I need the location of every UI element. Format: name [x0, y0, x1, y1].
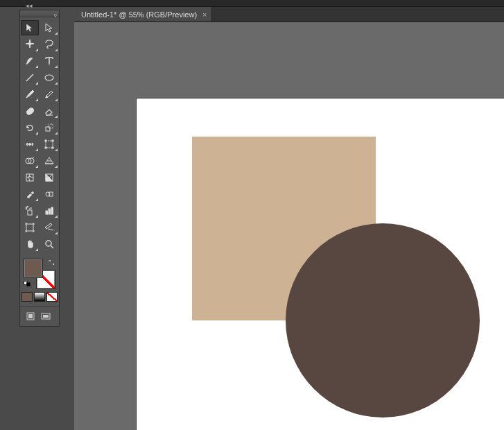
- ellipse-tool[interactable]: [40, 70, 58, 85]
- drawing-mode-icon[interactable]: [24, 311, 37, 322]
- rotate-tool[interactable]: [21, 120, 39, 135]
- pencil-tool[interactable]: [40, 87, 58, 102]
- more-tools-indicator: [35, 215, 38, 218]
- more-tools-indicator: [55, 165, 58, 168]
- color-mode-solid[interactable]: [21, 292, 33, 302]
- gradient-icon: [44, 172, 55, 183]
- width-icon: [24, 139, 35, 150]
- cursor-hollow-icon: [44, 22, 55, 33]
- gradient-tool[interactable]: [40, 170, 58, 185]
- artboard-icon: [24, 222, 35, 233]
- scale-icon: [44, 122, 55, 133]
- color-mode-gradient[interactable]: [34, 292, 45, 302]
- more-tools-indicator: [55, 82, 58, 85]
- more-tools-indicator: [35, 132, 38, 135]
- screen-mode-icon[interactable]: [40, 311, 52, 322]
- color-mode-row: [20, 292, 59, 302]
- column-graph-tool[interactable]: [40, 203, 58, 218]
- width-tool[interactable]: [21, 137, 39, 152]
- slice-icon: [44, 222, 55, 233]
- eraser-icon: [44, 105, 55, 117]
- more-tools-indicator: [35, 49, 38, 51]
- more-tools-indicator: [55, 148, 58, 151]
- hand-tool[interactable]: [21, 237, 39, 252]
- line-segment-tool[interactable]: [21, 70, 39, 85]
- document-tab-title: Untitled-1* @ 55% (RGB/Preview): [81, 10, 197, 19]
- more-tools-indicator: [35, 198, 38, 201]
- swap-fill-stroke-icon[interactable]: [47, 259, 55, 267]
- selection-tool[interactable]: [21, 20, 39, 35]
- blob-brush-tool[interactable]: [21, 103, 39, 119]
- lasso-icon: [44, 39, 55, 50]
- magic-wand-tool[interactable]: [21, 37, 39, 52]
- type-tool[interactable]: [40, 53, 58, 69]
- perspective-grid-tool[interactable]: [40, 153, 58, 169]
- graph-icon: [44, 205, 55, 216]
- blend-tool[interactable]: [40, 187, 58, 202]
- zoom-icon: [44, 239, 55, 250]
- circle-shape[interactable]: [286, 223, 480, 418]
- more-tools-indicator: [35, 165, 38, 168]
- artboard[interactable]: [137, 98, 504, 430]
- shape-builder-icon: [24, 155, 35, 166]
- more-tools-indicator: [55, 232, 58, 234]
- more-tools-indicator: [35, 98, 38, 101]
- sparkle-icon: [24, 39, 35, 50]
- tools-panel-header[interactable]: »: [20, 10, 59, 17]
- mesh-tool[interactable]: [21, 170, 39, 185]
- scale-tool[interactable]: [40, 120, 58, 135]
- rotate-icon: [24, 122, 35, 133]
- paintbrush-tool[interactable]: [21, 87, 39, 102]
- app-topstrip: [0, 0, 504, 7]
- cursor-filled-icon: [24, 22, 35, 33]
- mesh-icon: [24, 172, 35, 183]
- brush-icon: [24, 89, 35, 100]
- pencil-icon: [44, 89, 55, 100]
- svg-rect-1: [28, 314, 33, 318]
- lasso-tool[interactable]: [40, 37, 58, 52]
- color-mode-none[interactable]: [46, 292, 58, 302]
- default-fill-stroke-icon[interactable]: [24, 281, 32, 289]
- panel-collapse-arrows[interactable]: ◂◂: [25, 3, 33, 8]
- more-tools-indicator: [35, 82, 38, 85]
- eraser-tool[interactable]: [40, 103, 58, 119]
- pen-tool[interactable]: [21, 53, 39, 69]
- hand-icon: [24, 239, 35, 250]
- more-tools-indicator: [55, 49, 58, 51]
- document-tabbar: Untitled-1* @ 55% (RGB/Preview) ×: [74, 7, 504, 22]
- eyedropper-icon: [24, 189, 35, 200]
- transform-icon: [44, 139, 55, 150]
- eyedropper-tool[interactable]: [21, 187, 39, 202]
- more-tools-indicator: [55, 132, 58, 135]
- ellipse-icon: [44, 72, 55, 83]
- more-tools-indicator: [55, 65, 58, 68]
- type-icon: [44, 55, 55, 67]
- more-tools-indicator: [55, 32, 58, 35]
- slice-tool[interactable]: [40, 220, 58, 235]
- shape-builder-tool[interactable]: [21, 153, 39, 169]
- pen-icon: [24, 55, 35, 67]
- more-tools-indicator: [55, 115, 58, 118]
- workspace[interactable]: [74, 22, 504, 430]
- blob-icon: [24, 105, 35, 117]
- more-tools-indicator: [55, 98, 58, 101]
- zoom-tool[interactable]: [40, 237, 58, 252]
- fill-stroke-control[interactable]: [24, 259, 55, 289]
- artboard-tool[interactable]: [21, 220, 39, 235]
- more-tools-indicator: [35, 148, 38, 151]
- perspective-icon: [44, 155, 55, 166]
- direct-selection-tool[interactable]: [40, 20, 58, 35]
- symbol-sprayer-tool[interactable]: [21, 203, 39, 218]
- line-icon: [24, 72, 35, 83]
- tools-bottom-row: [20, 306, 59, 322]
- blend-icon: [44, 189, 55, 200]
- close-tab-icon[interactable]: ×: [202, 10, 207, 19]
- svg-rect-3: [43, 315, 49, 318]
- fill-swatch[interactable]: [24, 259, 43, 278]
- more-tools-indicator: [35, 248, 38, 251]
- tools-panel: »: [19, 10, 60, 327]
- more-tools-indicator: [55, 215, 58, 218]
- free-transform-tool[interactable]: [40, 137, 58, 152]
- document-tab[interactable]: Untitled-1* @ 55% (RGB/Preview) ×: [74, 7, 212, 22]
- spray-icon: [24, 205, 35, 216]
